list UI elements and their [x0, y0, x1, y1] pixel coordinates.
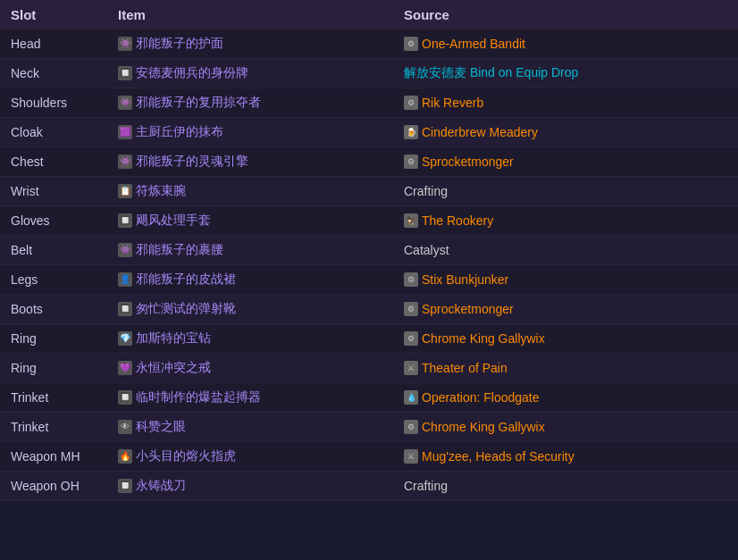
- source-text: Chrome King Gallywix: [422, 420, 545, 434]
- slot-cell: Legs: [0, 265, 107, 295]
- item-link[interactable]: 加斯特的宝钻: [136, 330, 211, 347]
- source-cell: ⚙Chrome King Gallywix: [393, 413, 738, 442]
- slot-cell: Boots: [0, 295, 107, 324]
- source-icon: ⚙: [404, 37, 418, 51]
- source-icon: 💧: [404, 390, 418, 405]
- item-link[interactable]: 主厨丘伊的抹布: [136, 124, 223, 140]
- item-link[interactable]: 永恒冲突之戒: [136, 360, 211, 376]
- item-link[interactable]: 符炼束腕: [136, 183, 186, 199]
- table-row: Legs👤邪能叛子的皮战裙⚙Stix Bunkjunker: [0, 265, 738, 295]
- item-cell: 👾邪能叛子的护面: [107, 29, 393, 59]
- item-icon: 🔥: [118, 449, 132, 464]
- item-icon: 🔲: [118, 302, 132, 316]
- source-text: Cinderbrew Meadery: [422, 125, 538, 139]
- item-icon: 🟪: [118, 125, 132, 139]
- source-icon: ⚙: [404, 272, 418, 287]
- item-link[interactable]: 永铸战刀: [136, 478, 186, 494]
- item-cell: 📋符炼束腕: [107, 177, 393, 206]
- slot-cell: Cloak: [0, 118, 107, 147]
- item-link[interactable]: 邪能叛子的皮战裙: [136, 272, 236, 288]
- item-icon: 👾: [118, 155, 132, 169]
- item-icon: 👾: [118, 96, 132, 110]
- item-link[interactable]: 小头目的熔火指虎: [136, 448, 236, 464]
- table-header-row: Slot Item Source: [0, 0, 738, 29]
- source-text: 解放安德麦 Bind on Equip Drop: [404, 65, 578, 81]
- source-text: Crafting: [404, 479, 448, 493]
- source-cell: Crafting: [393, 177, 738, 206]
- table-row: Ring💎加斯特的宝钻⚙Chrome King Gallywix: [0, 324, 738, 354]
- source-cell: ⚔Theater of Pain: [393, 354, 738, 383]
- slot-cell: Ring: [0, 324, 107, 354]
- source-cell: Catalyst: [393, 236, 738, 265]
- source-text: The Rookery: [422, 213, 493, 228]
- table-row: Neck🔲安德麦佣兵的身份牌解放安德麦 Bind on Equip Drop: [0, 59, 738, 88]
- table-row: Boots🔲匆忙测试的弹射靴⚙Sprocketmonger: [0, 295, 738, 324]
- item-icon: 👁: [118, 420, 132, 434]
- item-cell: 🔲飓风处理手套: [107, 206, 393, 236]
- item-link[interactable]: 科赞之眼: [136, 419, 186, 435]
- item-cell: 👁科赞之眼: [107, 413, 393, 442]
- source-cell: 🦅The Rookery: [393, 206, 738, 236]
- item-cell: 👾邪能叛子的复用掠夺者: [107, 88, 393, 118]
- item-link[interactable]: 邪能叛子的复用掠夺者: [136, 95, 261, 111]
- slot-cell: Chest: [0, 147, 107, 177]
- item-icon: 👾: [118, 243, 132, 257]
- item-icon: 👤: [118, 272, 132, 287]
- source-text: Stix Bunkjunker: [422, 272, 508, 287]
- source-text: One-Armed Bandit: [422, 37, 525, 51]
- slot-cell: Head: [0, 29, 107, 59]
- item-cell: 🔲安德麦佣兵的身份牌: [107, 59, 393, 88]
- table-row: Belt👾邪能叛子的裹腰Catalyst: [0, 236, 738, 265]
- item-link[interactable]: 邪能叛子的灵魂引擎: [136, 154, 248, 170]
- slot-cell: Wrist: [0, 177, 107, 206]
- table-row: Weapon MH🔥小头目的熔火指虎⚔Mug'zee, Heads of Sec…: [0, 442, 738, 472]
- source-text: Sprocketmonger: [422, 302, 514, 316]
- item-icon: 🔲: [118, 66, 132, 80]
- item-cell: 🔲永铸战刀: [107, 472, 393, 501]
- source-cell: ⚙Sprocketmonger: [393, 295, 738, 324]
- slot-cell: Weapon OH: [0, 472, 107, 501]
- source-cell: ⚙Stix Bunkjunker: [393, 265, 738, 295]
- source-icon: ⚙: [404, 155, 418, 169]
- item-cell: 🔥小头目的熔火指虎: [107, 442, 393, 472]
- source-text: Sprocketmonger: [422, 155, 514, 169]
- source-text: Rik Reverb: [422, 96, 483, 110]
- slot-cell: Trinket: [0, 383, 107, 413]
- table-row: Trinket🔲临时制作的爆盐起搏器💧Operation: Floodgate: [0, 383, 738, 413]
- source-text: Theater of Pain: [422, 361, 507, 375]
- slot-cell: Belt: [0, 236, 107, 265]
- gear-table: Slot Item Source Head👾邪能叛子的护面⚙One-Armed …: [0, 0, 738, 501]
- source-icon: ⚙: [404, 331, 418, 346]
- source-cell: ⚙Rik Reverb: [393, 88, 738, 118]
- source-text: Chrome King Gallywix: [422, 331, 545, 346]
- source-cell: ⚙One-Armed Bandit: [393, 29, 738, 59]
- table-row: Chest👾邪能叛子的灵魂引擎⚙Sprocketmonger: [0, 147, 738, 177]
- item-icon: 💎: [118, 331, 132, 346]
- item-icon: 👾: [118, 37, 132, 51]
- header-source: Source: [393, 0, 738, 29]
- item-cell: 🔲匆忙测试的弹射靴: [107, 295, 393, 324]
- source-icon: ⚙: [404, 302, 418, 316]
- item-link[interactable]: 飓风处理手套: [136, 213, 211, 229]
- slot-cell: Trinket: [0, 413, 107, 442]
- item-cell: 💎加斯特的宝钻: [107, 324, 393, 354]
- item-link[interactable]: 匆忙测试的弹射靴: [136, 301, 236, 317]
- item-cell: 👤邪能叛子的皮战裙: [107, 265, 393, 295]
- item-cell: 💜永恒冲突之戒: [107, 354, 393, 383]
- source-icon: 🦅: [404, 213, 418, 228]
- table-row: Wrist📋符炼束腕Crafting: [0, 177, 738, 206]
- item-cell: 👾邪能叛子的裹腰: [107, 236, 393, 265]
- item-link[interactable]: 临时制作的爆盐起搏器: [136, 389, 261, 405]
- table-row: Gloves🔲飓风处理手套🦅The Rookery: [0, 206, 738, 236]
- item-link[interactable]: 安德麦佣兵的身份牌: [136, 65, 248, 81]
- item-link[interactable]: 邪能叛子的护面: [136, 36, 223, 52]
- item-icon: 💜: [118, 361, 132, 375]
- table-row: Trinket👁科赞之眼⚙Chrome King Gallywix: [0, 413, 738, 442]
- source-cell: ⚔Mug'zee, Heads of Security: [393, 442, 738, 472]
- header-slot: Slot: [0, 0, 107, 29]
- item-icon: 🔲: [118, 213, 132, 228]
- source-cell: 💧Operation: Floodgate: [393, 383, 738, 413]
- item-link[interactable]: 邪能叛子的裹腰: [136, 242, 223, 258]
- source-cell: ⚙Chrome King Gallywix: [393, 324, 738, 354]
- source-cell: 🍺Cinderbrew Meadery: [393, 118, 738, 147]
